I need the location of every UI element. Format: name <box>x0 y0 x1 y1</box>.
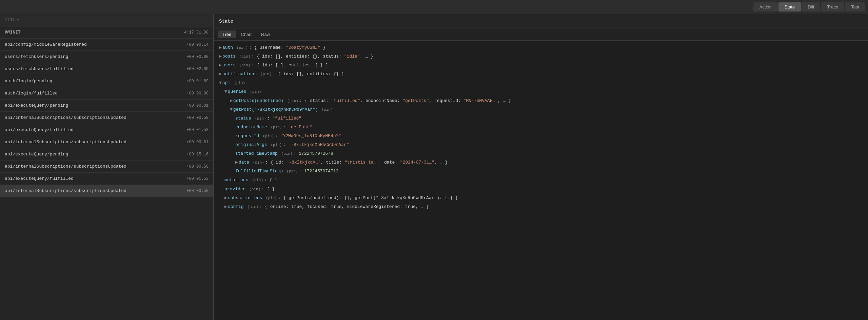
action-time: +00:01.53 <box>186 128 209 132</box>
action-item[interactable]: auth/login/fulfilled+00:00.00 <box>0 87 213 100</box>
action-name: api/internalSubscriptions/subscriptionsU… <box>5 164 126 169</box>
right-title: State <box>219 19 233 24</box>
action-name: api/executeQuery/pending <box>5 152 68 157</box>
action-time: +00:01.53 <box>186 176 209 181</box>
action-item[interactable]: api/executeQuery/fulfilled+00:01.53 <box>0 173 213 185</box>
action-item[interactable]: api/internalSubscriptions/subscriptionsU… <box>0 161 213 173</box>
tree-content: ▶auth (pin): { username: "0oazymyUSm…" }… <box>214 41 868 320</box>
action-item[interactable]: api/internalSubscriptions/subscriptionsU… <box>0 112 213 124</box>
top-bar: Action State Diff Trace Test <box>0 0 868 14</box>
right-panel: State Tree Chart Raw ▶auth (pin): { user… <box>214 14 868 320</box>
action-time: 4:17:31.00 <box>184 30 209 35</box>
tree-line: ▼getPost("-8xItkjkqXnRhCWd9rAar") (pin) <box>214 105 868 114</box>
action-name: api/internalSubscriptions/subscriptionsU… <box>5 188 126 193</box>
action-name: api/executeQuery/fulfilled <box>5 127 74 132</box>
action-time: +00:00.50 <box>186 189 209 193</box>
tree-line: startedTimeStamp (pin): 1722457072678 <box>214 149 868 158</box>
tab-test[interactable]: Test <box>845 2 865 12</box>
action-item[interactable]: api/executeQuery/pending+00:15.16 <box>0 148 213 161</box>
action-time: +00:00.14 <box>186 42 209 47</box>
tree-line: originalArgs (pin): "-8xItkjkqXnRhCWd9rA… <box>214 141 868 149</box>
action-time: +00:00.50 <box>186 164 209 169</box>
tree-line: ▶posts (pin): { ids: [], entities: {}, s… <box>214 52 868 61</box>
tab-state[interactable]: State <box>778 2 801 12</box>
action-list: @@INIT4:17:31.00api/config/middlewareReg… <box>0 26 213 320</box>
tab-action[interactable]: Action <box>753 2 778 12</box>
action-name: api/executeQuery/fulfilled <box>5 176 74 181</box>
action-name: users/fetchUsers/fulfilled <box>5 66 74 71</box>
action-time: +00:02.09 <box>186 67 209 71</box>
tree-line: ▶data (pin): { id: "-8xItkjkqX…", title:… <box>214 158 868 167</box>
tree-line: ▶auth (pin): { username: "0oazymyUSm…" } <box>214 43 868 52</box>
action-time: +00:01.69 <box>186 79 209 84</box>
tree-line: ▶subscriptions (pin): { getPosts(undefin… <box>214 194 868 202</box>
tree-line: ▶notifications (pin): { ids: [], entitie… <box>214 70 868 79</box>
subtab-tree[interactable]: Tree <box>218 30 236 38</box>
left-panel: @@INIT4:17:31.00api/config/middlewareReg… <box>0 14 214 320</box>
action-time: +00:00.01 <box>186 103 209 108</box>
action-time: +00:00.51 <box>186 140 209 145</box>
action-item[interactable]: users/fetchUsers/fulfilled+00:02.09 <box>0 63 213 75</box>
action-name: api/executeQuery/pending <box>5 103 68 108</box>
tree-line: ▶config (pin): { online: true, focused: … <box>214 202 868 211</box>
action-name: auth/login/pending <box>5 79 52 84</box>
subtab-chart[interactable]: Chart <box>236 30 256 38</box>
action-item[interactable]: @@INIT4:17:31.00 <box>0 26 213 39</box>
sub-tabs: Tree Chart Raw <box>214 28 868 41</box>
action-name: auth/login/fulfilled <box>5 91 58 96</box>
tree-line: status (pin): "fulfilled" <box>214 114 868 123</box>
tree-line: requestId (pin): "Y2WwN9s_lo810nRyME4pY" <box>214 132 868 141</box>
action-time: +00:15.16 <box>186 152 209 157</box>
action-name: api/internalSubscriptions/subscriptionsU… <box>5 115 126 120</box>
tree-line: mutations (pin): { } <box>214 176 868 185</box>
tree-line: ▶getPosts(undefined) (pin): { status: "f… <box>214 97 868 105</box>
tab-diff[interactable]: Diff <box>802 2 820 12</box>
tab-trace[interactable]: Trace <box>821 2 844 12</box>
action-time: +00:00.00 <box>186 55 209 59</box>
tree-line: fulfilledTimeStamp (pin): 1722457074712 <box>214 167 868 176</box>
subtab-raw[interactable]: Raw <box>256 30 275 38</box>
action-item[interactable]: users/fetchUsers/pending+00:00.00 <box>0 51 213 63</box>
action-name: @@INIT <box>5 30 21 35</box>
action-time: +00:00.50 <box>186 115 209 120</box>
tree-line: ▼api (pin) <box>214 79 868 87</box>
tree-line: ▼queries (pin) <box>214 87 868 96</box>
right-header: State <box>214 14 868 28</box>
tree-line: provided (pin): { } <box>214 185 868 194</box>
action-name: api/config/middlewareRegistered <box>5 42 87 47</box>
tree-line: endpointName (pin): "getPost" <box>214 123 868 132</box>
action-item[interactable]: api/config/middlewareRegistered+00:00.14 <box>0 39 213 51</box>
action-time: +00:00.00 <box>186 91 209 96</box>
tree-line: ▶users (pin): { ids: […], entities: {…} … <box>214 61 868 70</box>
action-item[interactable]: api/internalSubscriptions/subscriptionsU… <box>0 185 213 197</box>
action-item[interactable]: api/executeQuery/fulfilled+00:01.53 <box>0 124 213 136</box>
action-item[interactable]: api/internalSubscriptions/subscriptionsU… <box>0 136 213 148</box>
action-name: api/internalSubscriptions/subscriptionsU… <box>5 140 126 145</box>
action-item[interactable]: auth/login/pending+00:01.69 <box>0 75 213 87</box>
top-bar-tabs: Action State Diff Trace Test <box>753 2 868 12</box>
action-name: users/fetchUsers/pending <box>5 54 68 59</box>
filter-input[interactable] <box>0 14 213 26</box>
main-layout: @@INIT4:17:31.00api/config/middlewareReg… <box>0 14 868 320</box>
action-item[interactable]: api/executeQuery/pending+00:00.01 <box>0 100 213 112</box>
